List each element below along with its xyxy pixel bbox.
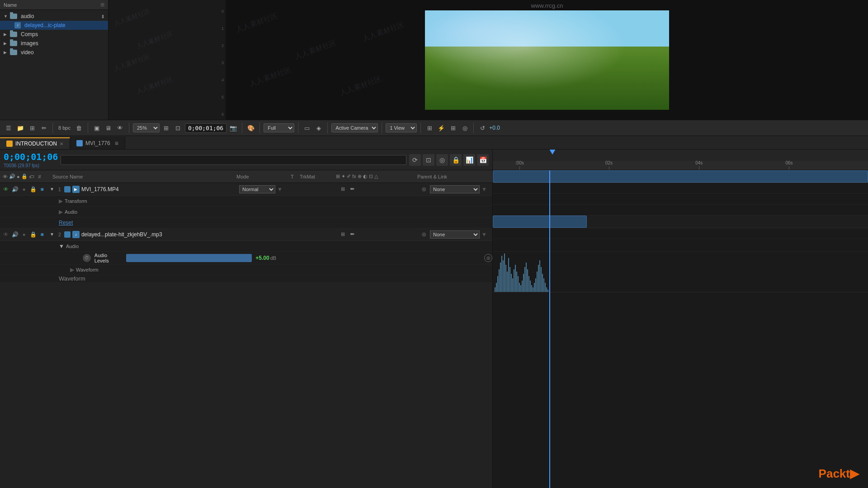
solo-icon[interactable]: ◎: [436, 154, 448, 166]
preview-wm-1: 人人素材社区: [235, 11, 278, 35]
tab-menu-mvi1776[interactable]: ≡: [115, 140, 118, 147]
tab-introduction[interactable]: INTRODUCTION ✕: [0, 137, 70, 149]
layer-1-audio-off[interactable]: 🔊: [11, 185, 19, 193]
color-icon[interactable]: 🎨: [246, 123, 256, 133]
transform-arrow[interactable]: ▶: [59, 198, 63, 204]
audio-level-bar[interactable]: [126, 254, 252, 262]
ruler-label-2: 02s: [605, 160, 613, 165]
watermark-1: 人人素材社区: [113, 7, 151, 28]
tree-item-video[interactable]: ▶ video: [0, 48, 108, 57]
fit-width-icon[interactable]: ⊞: [161, 123, 171, 133]
snap-icon[interactable]: ⚡: [436, 123, 446, 133]
folder-icon-ctrl[interactable]: 📁: [15, 123, 25, 133]
layer-2-audio-on[interactable]: 🔊: [11, 230, 19, 239]
3d-icon[interactable]: ⊡: [423, 154, 434, 166]
chart-icon[interactable]: 📊: [463, 154, 475, 166]
label-header-icon: 🏷: [29, 174, 34, 179]
panel-icon[interactable]: ⊞: [100, 2, 104, 8]
quality-select[interactable]: FullHalfQuarter: [264, 123, 294, 132]
motion-blur-header: ⊞: [336, 174, 340, 179]
ruler-3: 3: [222, 61, 224, 65]
monitor-icon[interactable]: 🖥: [104, 123, 113, 133]
parent-link-header: Parent & Link: [417, 174, 490, 179]
zoom-select[interactable]: 25%50%100%: [133, 123, 160, 132]
trash-icon[interactable]: 🗑: [74, 123, 84, 133]
grid-icon[interactable]: ⊞: [448, 123, 458, 133]
folder-icon-images: [10, 41, 17, 46]
reset-icon[interactable]: ↺: [477, 123, 487, 133]
audio-stop-icon[interactable]: ◎: [484, 254, 492, 262]
ruler-1: 1: [222, 26, 224, 31]
layer-2-label[interactable]: ■: [38, 230, 46, 239]
eye-ctrl-icon[interactable]: 👁: [115, 123, 125, 133]
transform-label[interactable]: Transform: [65, 198, 87, 204]
layer-1-pencil[interactable]: ✏: [348, 185, 356, 193]
layout-icon[interactable]: ⊞: [425, 123, 434, 133]
tree-item-audio-file[interactable]: ♪ delayed...ic-plate: [0, 21, 108, 30]
camera-view-select[interactable]: Active Camera: [331, 123, 378, 132]
audio-stopwatch-icon[interactable]: ⏱: [83, 254, 91, 262]
sep-2: [88, 122, 88, 133]
layer-1-lock[interactable]: 🔒: [29, 185, 37, 193]
layer-2-parent-select[interactable]: None: [430, 230, 480, 239]
layer-1-type: ▶: [72, 186, 80, 193]
timeline-search[interactable]: [61, 155, 406, 165]
layer-2-link[interactable]: ⊞: [339, 230, 347, 239]
scope-icon[interactable]: ◈: [314, 123, 324, 133]
audio-level-unit: dB: [270, 255, 276, 261]
tree-item-comps[interactable]: ▶ Comps: [0, 30, 108, 39]
track-clip-2-audio[interactable]: [493, 216, 587, 228]
pen-icon[interactable]: ✏: [39, 123, 49, 133]
audio-sub-label[interactable]: Audio: [65, 209, 77, 215]
layer-1-eye[interactable]: 👁: [2, 185, 10, 193]
audio-2-arrow[interactable]: ▼: [59, 243, 64, 249]
ruler-mark-6: 06s: [785, 160, 793, 170]
fit-icon[interactable]: ⊡: [173, 123, 183, 133]
layer-1-label[interactable]: ■: [38, 185, 46, 193]
tab-mvi1776[interactable]: MVI_1776 ≡: [70, 136, 125, 149]
reset-link[interactable]: Reset: [59, 220, 73, 226]
calendar-icon[interactable]: 📅: [477, 154, 489, 166]
layer-2-parent-link[interactable]: ◎: [420, 230, 428, 239]
audio-sub-arrow[interactable]: ▶: [59, 209, 63, 215]
wb-17: [516, 272, 517, 292]
lock-icon[interactable]: 🔒: [450, 154, 462, 166]
track-1-video[interactable]: [493, 170, 868, 183]
layer-1-collapse[interactable]: ▼: [50, 187, 54, 192]
layer-1-mode-select[interactable]: Normal: [239, 185, 275, 193]
tab-close-introduction[interactable]: ✕: [60, 141, 63, 146]
layer-1-link[interactable]: ⊞: [339, 185, 347, 193]
waveform-arrow[interactable]: ▶: [70, 267, 74, 273]
audio-2-label[interactable]: Audio: [66, 244, 79, 249]
track-clip-1-video[interactable]: [493, 170, 868, 183]
layer-2-eye[interactable]: 👁: [2, 230, 10, 239]
rect-icon[interactable]: ▭: [302, 123, 312, 133]
layer-2-lock[interactable]: 🔒: [29, 230, 37, 239]
motion-blur-icon[interactable]: ⟳: [409, 154, 421, 166]
layer-2-solo[interactable]: ●: [20, 230, 28, 239]
camera-icon[interactable]: 📷: [228, 123, 238, 133]
render-icon[interactable]: ▣: [92, 123, 102, 133]
layer-1-solo[interactable]: ●: [20, 185, 28, 193]
timecode-display[interactable]: 0;00;01;06: [185, 123, 226, 133]
layer-2-collapse[interactable]: ▼: [50, 232, 54, 237]
layer-1-parent-select[interactable]: None: [430, 185, 480, 193]
sep-6: [298, 122, 298, 133]
layer-1-parent-link[interactable]: ◎: [420, 185, 428, 193]
tree-item-audio[interactable]: ▼ audio ⫾: [0, 12, 108, 21]
mask-icon[interactable]: ◎: [460, 123, 470, 133]
layer-2-pencil[interactable]: ✏: [348, 230, 356, 239]
tree-item-images[interactable]: ▶ images: [0, 39, 108, 48]
waveform-sub-label[interactable]: Waveform: [76, 267, 99, 272]
timecode-big[interactable]: 0;00;01;06: [4, 151, 58, 162]
views-select[interactable]: 1 View2 Views4 Views: [386, 123, 417, 132]
null-header: △: [374, 174, 378, 179]
track-2-audio[interactable]: [493, 216, 868, 228]
packt-logo: Packt▶: [819, 467, 859, 481]
new-item-icon[interactable]: ☰: [4, 123, 14, 133]
layer-2-vis-icons: 👁 🔊 ● 🔒 ■: [0, 230, 50, 239]
expand-arrow-audio: ▼: [4, 14, 8, 19]
comp-icon[interactable]: ⊞: [27, 123, 37, 133]
ruler-marks-track[interactable]: :00s 02s 04s 06s: [493, 161, 868, 170]
wb-34: [539, 260, 540, 292]
